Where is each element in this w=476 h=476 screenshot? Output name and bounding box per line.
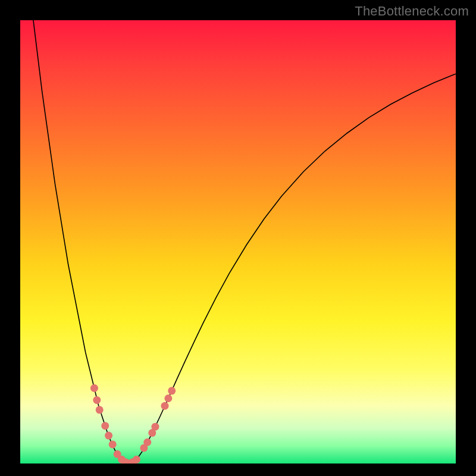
marker-point	[164, 394, 172, 402]
marker-point	[109, 440, 117, 448]
marker-point	[151, 423, 159, 431]
marker-point	[96, 406, 104, 414]
plot-area	[20, 20, 456, 464]
marker-point	[133, 456, 140, 464]
marker-point	[143, 439, 151, 446]
marker-point	[161, 402, 169, 410]
marker-point	[105, 432, 112, 440]
marker-group	[90, 384, 176, 464]
chart-svg	[20, 20, 456, 464]
marker-point	[101, 422, 109, 430]
marker-point	[90, 384, 98, 392]
chart-frame: TheBottleneck.com	[0, 0, 476, 476]
marker-point	[93, 396, 101, 404]
watermark-text: TheBottleneck.com	[355, 4, 469, 19]
marker-point	[168, 387, 176, 394]
